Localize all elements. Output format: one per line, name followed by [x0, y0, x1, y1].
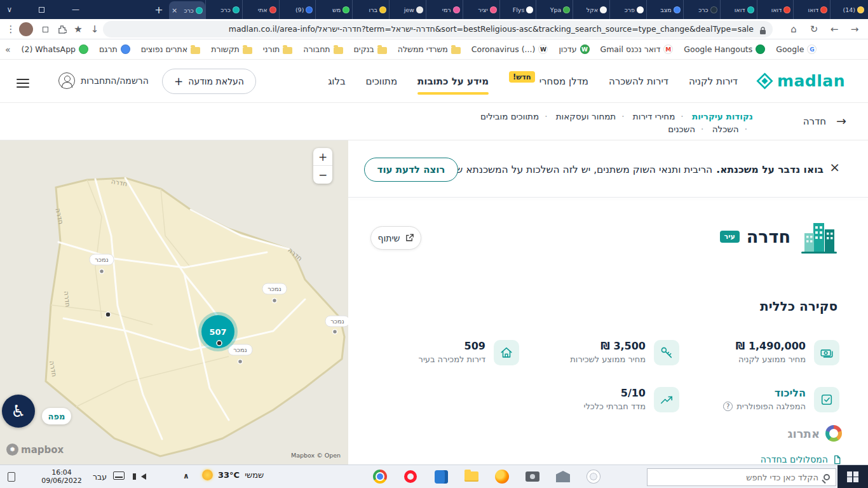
- section-nav-item[interactable]: נקודות עיקריות: [692, 111, 753, 121]
- zoom-out-button[interactable]: −: [313, 166, 332, 184]
- browser-tab[interactable]: דואו: [757, 0, 794, 19]
- volume-icon[interactable]: [141, 473, 146, 480]
- browser-tab[interactable]: רמי: [426, 0, 463, 19]
- nav-item[interactable]: בלוג: [328, 60, 345, 102]
- browser-tab[interactable]: כרכ: [683, 0, 720, 19]
- home-icon[interactable]: ⌂: [785, 19, 802, 39]
- section-nav-item[interactable]: השכלה: [712, 124, 753, 134]
- map-canvas[interactable]: חדרה חדרה חדרה חדרה חדרה נמכר נמכר נמכר: [0, 140, 348, 464]
- bookmark-item[interactable]: Google G: [776, 44, 817, 54]
- poi-dot[interactable]: [217, 341, 222, 346]
- bookmark-item[interactable]: (2) WhatsApp: [22, 44, 88, 54]
- browser-menu-icon[interactable]: ⋮: [3, 19, 19, 39]
- sold-pill[interactable]: נמכר: [90, 254, 114, 265]
- bookmarks-overflow-icon[interactable]: «: [5, 44, 11, 55]
- map-attribution[interactable]: Mapbox © Open: [291, 452, 341, 459]
- extensions-icon[interactable]: [53, 19, 70, 39]
- zoom-in-button[interactable]: +: [313, 148, 332, 166]
- bookmark-item[interactable]: תקשורת: [211, 44, 252, 54]
- weather-widget[interactable]: 33°C שמשי: [202, 470, 264, 480]
- nav-item[interactable]: דירות לקניה: [689, 60, 738, 102]
- more-link[interactable]: המסלולים בחדרה: [761, 454, 842, 464]
- tray-expand-icon[interactable]: ∧: [183, 471, 189, 480]
- bookmark-item[interactable]: תרגם: [99, 44, 130, 54]
- hamburger-menu-icon[interactable]: [17, 76, 29, 90]
- breadcrumb-city[interactable]: חדרה: [803, 116, 826, 127]
- browser-tab[interactable]: מש: [315, 0, 352, 19]
- touch-keyboard-icon[interactable]: [113, 471, 125, 480]
- bookmark-item[interactable]: Coronavirus (...) W: [471, 44, 548, 54]
- browser-tab[interactable]: יציר: [463, 0, 499, 19]
- browser-tab[interactable]: (14): [830, 0, 867, 19]
- back-arrow-icon[interactable]: →: [836, 114, 846, 128]
- taskbar-app-bank[interactable]: [555, 468, 571, 485]
- address-bar[interactable]: madlan.co.il/area-info/חדרה-ישראל?term=ח…: [103, 21, 773, 37]
- bookmark-item[interactable]: תחבורה: [303, 44, 342, 54]
- browser-tab[interactable]: Ypa: [536, 0, 573, 19]
- bookmark-item[interactable]: בנקים: [354, 44, 387, 54]
- search-input[interactable]: [653, 473, 818, 482]
- bookmark-item[interactable]: Gmail דואר נכנס M: [600, 44, 674, 54]
- city-boundary-polygon[interactable]: [46, 178, 344, 456]
- share-button[interactable]: שיתוף: [370, 226, 421, 250]
- bookmark-item[interactable]: Google Hangouts: [684, 44, 765, 54]
- section-nav-item[interactable]: תמחור ועסקאות: [556, 111, 630, 121]
- help-icon[interactable]: ?: [723, 402, 733, 411]
- accessibility-icon[interactable]: ♿: [2, 395, 35, 428]
- taskbar-app-mail[interactable]: [433, 468, 449, 485]
- nav-item[interactable]: מתווכים: [366, 60, 397, 102]
- browser-tab[interactable]: דואו: [720, 0, 757, 19]
- banner-cta-button[interactable]: רוצה לדעת עוד: [364, 158, 458, 182]
- taskbar-app-opera[interactable]: [402, 468, 419, 485]
- downloads-icon[interactable]: ↓: [86, 19, 103, 39]
- browser-tab[interactable]: דואו: [793, 0, 830, 19]
- browser-tab[interactable]: (9): [279, 0, 316, 19]
- section-nav-item[interactable]: מתווכים מובילים: [480, 111, 553, 121]
- map-style-button[interactable]: מפה: [42, 408, 71, 424]
- taskbar-app-camera[interactable]: [524, 468, 541, 485]
- lock-icon[interactable]: [759, 25, 766, 37]
- new-tab-button[interactable]: +: [151, 2, 166, 17]
- nav-item[interactable]: מידע על כתובות: [417, 60, 489, 102]
- browser-tab[interactable]: × כרכ: [169, 1, 205, 19]
- section-nav-item[interactable]: מחירי דירות: [633, 111, 689, 121]
- bookmark-star-icon[interactable]: ★: [70, 19, 86, 39]
- browser-tab[interactable]: אקל: [573, 0, 609, 19]
- back-icon[interactable]: →: [846, 19, 863, 39]
- bookmark-item[interactable]: משרדי ממשלה: [398, 44, 461, 54]
- browser-tab[interactable]: jew: [389, 0, 426, 19]
- section-nav-item[interactable]: השכנים: [668, 124, 709, 134]
- start-button[interactable]: [837, 465, 868, 488]
- poi-dot[interactable]: [105, 312, 111, 317]
- browser-tab[interactable]: ברו: [352, 0, 389, 19]
- bookmark-item[interactable]: אתרים נפוצים: [141, 44, 200, 54]
- taskbar-app-browser[interactable]: [494, 468, 510, 485]
- url-text[interactable]: madlan.co.il/area-info/חדרה-ישראל?term=ח…: [108, 21, 754, 37]
- reading-list-icon[interactable]: [37, 19, 53, 39]
- browser-tab[interactable]: Flys: [499, 0, 536, 19]
- restore-window-icon[interactable]: [33, 0, 50, 19]
- sold-pill[interactable]: נמכר: [262, 283, 287, 294]
- sold-pill[interactable]: נמכר: [228, 344, 252, 355]
- taskbar-search[interactable]: [647, 468, 836, 486]
- minimize-window-icon[interactable]: —: [67, 0, 84, 19]
- browser-tab[interactable]: אתי: [242, 0, 279, 19]
- sold-pill[interactable]: נמכר: [325, 316, 348, 327]
- bookmark-item[interactable]: תורני: [263, 44, 292, 54]
- keyboard-language[interactable]: עבר: [93, 472, 107, 482]
- taskbar-app-opera-alt[interactable]: [585, 468, 602, 485]
- bookmark-item[interactable]: עדכון W: [559, 44, 589, 54]
- login-button[interactable]: הרשמה/התחברות: [58, 72, 149, 89]
- chevron-down-icon[interactable]: ∨: [1, 0, 18, 19]
- tray-document-icon[interactable]: [8, 472, 15, 482]
- taskbar-app-chrome[interactable]: [372, 468, 388, 485]
- reload-icon[interactable]: ↻: [806, 19, 822, 39]
- nav-item[interactable]: מדלן מסחרי חדש!: [509, 60, 588, 102]
- browser-tab[interactable]: כרכ: [205, 0, 242, 19]
- taskbar-app-file-explorer[interactable]: [463, 468, 480, 485]
- profile-avatar[interactable]: [18, 19, 34, 39]
- browser-tab[interactable]: מצב: [646, 0, 683, 19]
- forward-icon[interactable]: ←: [826, 19, 843, 39]
- taskbar-clock[interactable]: 16:04 09/06/2022: [37, 468, 86, 485]
- nav-item[interactable]: דירות להשכרה: [609, 60, 668, 102]
